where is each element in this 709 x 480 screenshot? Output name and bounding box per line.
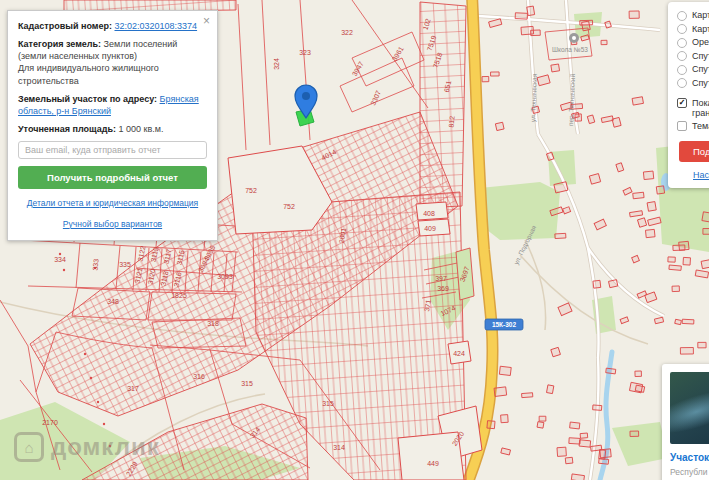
building-footprint — [589, 174, 600, 185]
report-details-link[interactable]: Детали отчета и юридическая информация — [18, 198, 207, 209]
listing-photo[interactable] — [670, 372, 709, 444]
parcel-label: 369 — [437, 285, 449, 292]
map-layers-panel: Карта Карта OpenS Спутн Спутн Спутн ✓ По… — [668, 2, 709, 188]
get-report-button[interactable]: Получить подробный отчет — [18, 166, 207, 189]
building-footprint — [527, 6, 535, 16]
parcel-label: 324 — [273, 58, 280, 70]
area-label: Уточненная площадь: — [18, 124, 116, 134]
building-footprint — [645, 229, 655, 237]
parcel-label: 318 — [207, 320, 219, 327]
show-borders-option[interactable]: ✓ Показ грани — [677, 98, 709, 118]
building-footprint — [612, 117, 621, 127]
address-row: Земельный участок по адресу: Брянская об… — [18, 93, 207, 117]
category-note: Для индивидуального жилищного строительс… — [18, 63, 159, 85]
parcel-label: 1825 — [171, 292, 187, 299]
cadastral-number-row: Кадастровый номер: 32:02:0320108:3374 — [18, 20, 207, 32]
building-footprint — [647, 202, 656, 212]
parcel-label: 333 — [91, 258, 99, 270]
checkmark-icon: ✓ — [679, 98, 686, 107]
radio-icon[interactable] — [677, 11, 687, 21]
thematic-map-option[interactable]: Темат — [677, 121, 709, 131]
parcel-label: 409 — [424, 225, 436, 232]
manual-selection-link[interactable]: Ручной выбор вариантов — [18, 219, 207, 230]
building-footprint — [551, 64, 560, 72]
share-button[interactable]: Подел — [679, 141, 709, 162]
building-footprint — [547, 385, 554, 394]
building-footprint — [630, 431, 639, 436]
parcel-label: 348 — [107, 298, 119, 305]
radio-icon[interactable] — [677, 24, 687, 34]
selected-parcel[interactable] — [295, 85, 317, 126]
building-footprint — [593, 280, 601, 288]
parcel-label: 812 — [447, 115, 455, 127]
checkbox-checked-icon[interactable]: ✓ — [677, 98, 687, 108]
category-label: Категория земель: — [18, 39, 101, 49]
cadastral-map-app: ул. Техническаяпер. Техническийул. Подго… — [0, 0, 709, 480]
building-footprint — [593, 405, 602, 410]
category-row: Категория земель: Земли поселений (земли… — [18, 38, 207, 87]
building-footprint — [599, 458, 609, 464]
building-footprint — [701, 260, 709, 269]
radio-icon[interactable] — [677, 51, 687, 61]
parcel-label: 323 — [299, 49, 311, 56]
listing-title[interactable]: Участок — [670, 452, 709, 463]
parcel-label: 316 — [193, 373, 205, 380]
building-footprint — [495, 122, 504, 130]
parcel-label: 752 — [245, 187, 257, 194]
building-footprint — [494, 387, 507, 397]
building-footprint — [703, 229, 709, 235]
building-footprint — [582, 21, 591, 31]
parcel-label: 315 — [322, 400, 334, 407]
building-footprint — [601, 40, 607, 44]
layer-option-satellite-2[interactable]: Спутн — [677, 64, 709, 75]
building-footprint — [679, 241, 689, 250]
area-value: 1 000 кв.м. — [118, 124, 163, 134]
layer-option-satellite-1[interactable]: Спутн — [677, 51, 709, 62]
radio-icon[interactable] — [677, 65, 687, 75]
parcel-label: 335 — [119, 261, 131, 268]
cadastral-number-link[interactable]: 32:02:0320108:3374 — [114, 21, 197, 31]
building-footprint — [609, 280, 618, 288]
building-footprint — [675, 319, 682, 324]
radio-icon[interactable] — [677, 38, 687, 48]
building-footprint — [637, 218, 646, 227]
building-footprint — [629, 382, 642, 392]
parcel-label: 317 — [127, 385, 139, 392]
building-footprint — [539, 416, 546, 421]
building-footprint — [629, 11, 639, 18]
address-label: Земельный участок по адресу: — [18, 94, 157, 104]
close-icon[interactable]: × — [203, 15, 210, 27]
layer-option-openstreetmap[interactable]: OpenS — [677, 37, 709, 48]
building-footprint — [643, 171, 653, 180]
area-row: Уточненная площадь: 1 000 кв.м. — [18, 123, 207, 135]
road-badge: 15К-302 — [485, 319, 523, 330]
parcel-label: 449 — [427, 460, 439, 467]
building-footprint — [501, 415, 509, 423]
layer-option-map-1[interactable]: Карта — [677, 10, 709, 21]
building-footprint — [669, 265, 681, 270]
building-footprint — [551, 347, 561, 356]
checkbox-unchecked-icon[interactable] — [677, 121, 687, 131]
building-footprint — [680, 348, 693, 355]
parcel-label: 314 — [333, 444, 345, 451]
building-footprint — [531, 30, 541, 36]
building-footprint — [633, 192, 644, 199]
parcel-label: 315 — [241, 380, 253, 387]
listing-subtitle: Республи — [670, 467, 709, 477]
building-footprint — [668, 257, 675, 262]
radio-icon[interactable] — [677, 78, 687, 88]
layer-option-satellite-3[interactable]: Спутн — [677, 78, 709, 89]
settings-link[interactable]: Нас — [693, 170, 709, 180]
building-footprint — [569, 438, 580, 444]
layer-option-map-2[interactable]: Карта — [677, 24, 709, 35]
email-input[interactable] — [18, 141, 207, 159]
building-footprint — [632, 97, 643, 105]
parcel-label: 752 — [283, 203, 295, 210]
building-footprint — [555, 233, 566, 238]
street-label: Школа №53 — [552, 46, 588, 53]
building-footprint — [600, 449, 611, 458]
building-footprint — [499, 366, 511, 375]
building-footprint — [656, 186, 664, 194]
listing-card[interactable]: Участок Республи — [662, 364, 709, 480]
building-footprint — [635, 371, 642, 377]
